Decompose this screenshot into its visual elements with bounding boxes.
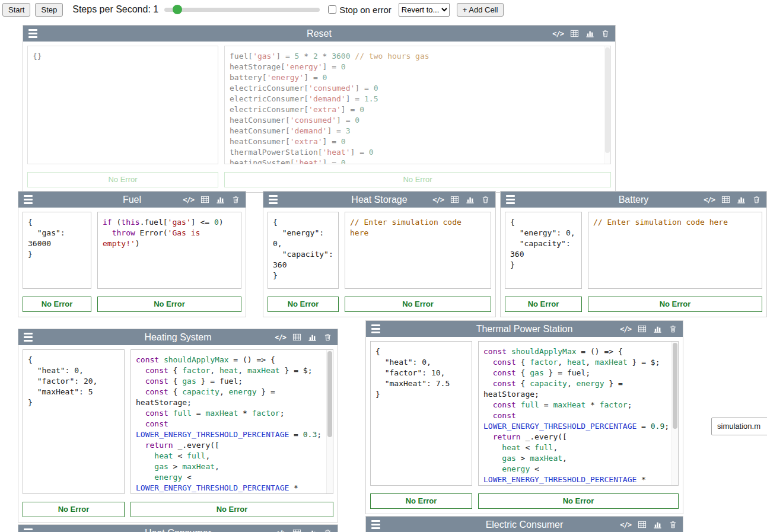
trash-icon[interactable] xyxy=(323,528,332,532)
menu-icon[interactable] xyxy=(24,195,33,204)
scrollbar[interactable] xyxy=(671,342,678,485)
code-icon[interactable]: </> xyxy=(275,529,286,532)
table-icon[interactable] xyxy=(450,195,459,204)
code-editor[interactable]: const shouldApplyMax = () => { const { f… xyxy=(131,349,333,494)
menu-icon[interactable] xyxy=(24,333,33,342)
table-icon[interactable] xyxy=(638,520,647,529)
step-button[interactable]: Step xyxy=(35,3,63,17)
toolbar: Start Step Steps per Second: 1 Stop on e… xyxy=(0,0,767,19)
code-icon[interactable]: </> xyxy=(704,196,715,204)
chart-icon[interactable] xyxy=(653,324,662,333)
scrollbar[interactable] xyxy=(604,46,610,164)
revert-select[interactable]: Revert to... xyxy=(399,3,450,17)
code-error: No Error xyxy=(97,297,241,312)
error-row: No ErrorNo Error xyxy=(263,293,495,317)
state-editor[interactable]: { "energy": 0, "capacity": 360 } xyxy=(505,212,582,289)
code-content: const shouldApplyMax = () => { const { f… xyxy=(136,355,324,493)
cell-title: Reset xyxy=(23,28,615,39)
code-icon[interactable]: </> xyxy=(183,196,194,204)
code-error: No Error xyxy=(224,172,611,187)
slider-track xyxy=(164,8,320,12)
error-row: No ErrorNo Error xyxy=(18,293,246,317)
state-editor[interactable]: { "energy": 0, "capacity": 360 } xyxy=(268,212,339,289)
table-icon[interactable] xyxy=(570,29,579,38)
chart-icon[interactable] xyxy=(737,195,746,204)
trash-icon[interactable] xyxy=(752,195,761,204)
code-content: fuel['gas'] = 5 * 2 * 3600 // two hours … xyxy=(230,51,602,164)
code-icon[interactable]: </> xyxy=(620,325,631,333)
cell-heating-system: Heating System</>{ "heat": 0, "factor": … xyxy=(18,329,338,523)
chart-icon[interactable] xyxy=(308,528,317,532)
filename-tooltip: simulation.m xyxy=(711,418,767,435)
slider-thumb[interactable] xyxy=(173,5,182,14)
cell-body: { "gas": 36000 }if (this.fuel['gas'] <= … xyxy=(18,208,246,293)
start-button[interactable]: Start xyxy=(2,3,30,17)
trash-icon[interactable] xyxy=(669,520,677,529)
cell-header: Battery</> xyxy=(501,192,766,208)
code-content: // Enter simulation code here xyxy=(350,217,482,238)
state-editor[interactable]: { "heat": 0, "factor": 10, "maxHeat": 7.… xyxy=(370,341,472,486)
scrollbar-thumb[interactable] xyxy=(605,47,610,153)
code-icon[interactable]: </> xyxy=(275,333,286,342)
code-editor[interactable]: // Enter simulation code here xyxy=(588,212,762,289)
code-error: No Error xyxy=(478,493,679,509)
table-icon[interactable] xyxy=(721,195,730,204)
cell-body: { "energy": 0, "capacity": 360 }// Enter… xyxy=(501,208,766,293)
code-editor[interactable]: if (this.fuel['gas'] <= 0) throw Error('… xyxy=(97,212,241,289)
code-icon[interactable]: </> xyxy=(552,30,564,38)
code-icon[interactable]: </> xyxy=(432,196,444,204)
cell-header: Electric Consumer</> xyxy=(366,517,683,532)
code-error: No Error xyxy=(131,502,333,517)
header-icons: </> xyxy=(620,324,677,333)
trash-icon[interactable] xyxy=(231,195,240,204)
table-icon[interactable] xyxy=(292,333,301,342)
menu-icon[interactable] xyxy=(24,528,33,532)
cell-body: { "heat": 0, "factor": 20, "maxHeat": 5 … xyxy=(18,345,338,498)
state-editor[interactable]: { "gas": 36000 } xyxy=(23,212,91,289)
cell-header: Heating System</> xyxy=(18,329,338,345)
state-editor[interactable]: {} xyxy=(27,46,218,164)
cell-header: Reset</> xyxy=(23,26,615,42)
chart-icon[interactable] xyxy=(216,195,225,204)
scrollbar-thumb[interactable] xyxy=(673,343,677,429)
cell-body: {}fuel['gas'] = 5 * 2 * 3600 // two hour… xyxy=(23,42,615,168)
cell-electric-consumer: Electric Consumer</> xyxy=(365,516,683,532)
state-editor[interactable]: { "heat": 0, "factor": 20, "maxHeat": 5 … xyxy=(23,349,125,494)
header-icons: </> xyxy=(275,333,332,342)
table-icon[interactable] xyxy=(292,528,301,532)
chart-icon[interactable] xyxy=(653,520,662,529)
code-editor[interactable]: const shouldApplyMax = () => { const { f… xyxy=(478,341,679,486)
table-icon[interactable] xyxy=(638,324,647,333)
scrollbar[interactable] xyxy=(326,350,333,493)
app: Start Step Steps per Second: 1 Stop on e… xyxy=(0,0,767,532)
trash-icon[interactable] xyxy=(601,29,610,38)
chart-icon[interactable] xyxy=(308,333,317,342)
chart-icon[interactable] xyxy=(466,195,475,204)
menu-icon[interactable] xyxy=(28,29,37,38)
code-editor[interactable]: // Enter simulation code here xyxy=(345,212,491,289)
speed-slider[interactable] xyxy=(164,4,320,15)
state-error: No Error xyxy=(370,493,472,509)
error-row: No ErrorNo Error xyxy=(18,498,338,522)
menu-icon[interactable] xyxy=(371,324,380,333)
cell-header: Heat Storage</> xyxy=(263,192,495,208)
stop-on-error-checkbox[interactable] xyxy=(328,5,336,14)
trash-icon[interactable] xyxy=(323,333,332,342)
chart-icon[interactable] xyxy=(585,29,594,38)
add-cell-button[interactable]: + Add Cell xyxy=(457,3,504,17)
menu-icon[interactable] xyxy=(506,195,515,204)
table-icon[interactable] xyxy=(200,195,209,204)
scrollbar-thumb[interactable] xyxy=(327,351,332,437)
menu-icon[interactable] xyxy=(269,195,278,204)
cell-heat-consumer: Heat Consumer</> xyxy=(18,524,338,532)
code-editor[interactable]: fuel['gas'] = 5 * 2 * 3600 // two hours … xyxy=(224,46,611,164)
header-icons: </> xyxy=(432,195,490,204)
header-icons: </> xyxy=(620,520,677,529)
menu-icon[interactable] xyxy=(371,520,380,529)
cell-header: Thermal Power Station</> xyxy=(366,321,683,337)
trash-icon[interactable] xyxy=(481,195,490,204)
code-icon[interactable]: </> xyxy=(620,521,631,529)
trash-icon[interactable] xyxy=(669,324,677,333)
cell-battery: Battery</>{ "energy": 0, "capacity": 360… xyxy=(500,191,767,317)
cell-header: Heat Consumer</> xyxy=(18,525,338,532)
